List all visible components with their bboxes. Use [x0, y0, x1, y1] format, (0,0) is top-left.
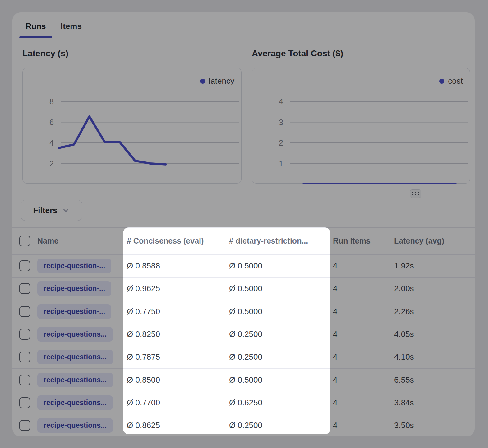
- run-name-badge[interactable]: recipe-questions...: [37, 395, 113, 410]
- column-header-run-items[interactable]: Run Items: [333, 227, 371, 254]
- chart-svg-cost: 4321: [252, 68, 470, 183]
- table-row[interactable]: recipe-questions...Ø 0.8500Ø 0.500046.55…: [12, 368, 475, 391]
- row-checkbox[interactable]: [19, 397, 30, 408]
- run-items-value: 4: [333, 346, 337, 368]
- conciseness-value: Ø 0.7750: [127, 300, 160, 323]
- row-checkbox[interactable]: [19, 375, 30, 385]
- conciseness-value: Ø 0.9625: [127, 278, 160, 300]
- legend-dot-icon: [439, 79, 444, 84]
- table-row[interactable]: recipe-questions...Ø 0.8625Ø 0.250043.50…: [12, 414, 475, 437]
- cost-legend-label: cost: [448, 76, 463, 86]
- table-row[interactable]: recipe-question-...Ø 0.7750Ø 0.500042.26…: [12, 300, 475, 323]
- dietary-restriction-value: Ø 0.5000: [229, 255, 262, 277]
- column-header-name[interactable]: Name: [37, 227, 58, 254]
- run-items-value: 4: [333, 391, 337, 414]
- charts-section: Latency (s) Average Total Cost ($) 8642 …: [12, 40, 475, 196]
- run-name-badge[interactable]: recipe-questions...: [37, 327, 113, 342]
- run-name-badge[interactable]: recipe-questions...: [37, 418, 113, 433]
- latency-avg-value: 4.10s: [394, 346, 414, 368]
- filters-row: Filters: [12, 196, 475, 228]
- run-name-badge[interactable]: recipe-question-...: [37, 304, 111, 319]
- run-name-badge[interactable]: recipe-questions...: [37, 350, 113, 364]
- svg-text:2: 2: [49, 159, 54, 168]
- latency-legend-label: latency: [209, 76, 234, 86]
- conciseness-value: Ø 0.8625: [127, 414, 160, 437]
- legend-dot-icon: [200, 79, 205, 84]
- column-header-conciseness[interactable]: # Conciseness (eval): [127, 227, 204, 254]
- tab-items-label: Items: [61, 21, 82, 31]
- svg-text:6: 6: [49, 118, 54, 127]
- run-items-value: 4: [333, 300, 337, 323]
- latency-chart-panel: 8642 latency: [22, 68, 242, 184]
- run-items-value: 4: [333, 323, 337, 345]
- dietary-restriction-value: Ø 0.6250: [229, 391, 262, 414]
- latency-avg-value: 1.92s: [394, 255, 414, 277]
- dietary-restriction-value: Ø 0.5000: [229, 278, 262, 300]
- row-checkbox[interactable]: [19, 306, 30, 317]
- drag-handle-icon: [412, 192, 419, 195]
- svg-text:3: 3: [279, 118, 283, 127]
- filters-button[interactable]: Filters: [21, 200, 82, 221]
- run-items-value: 4: [333, 278, 337, 300]
- dietary-restriction-value: Ø 0.2500: [229, 323, 262, 345]
- dietary-restriction-value: Ø 0.2500: [229, 346, 262, 368]
- table-row[interactable]: recipe-question-...Ø 0.8588Ø 0.500041.92…: [12, 254, 475, 277]
- tab-runs[interactable]: Runs: [19, 12, 52, 40]
- cost-chart-panel: 4321 cost: [252, 68, 470, 184]
- cost-legend: cost: [439, 76, 463, 86]
- filters-button-label: Filters: [33, 206, 57, 215]
- latency-avg-value: 3.84s: [394, 391, 414, 414]
- runs-panel-card: Runs Items Latency (s) Average Total Cos…: [12, 12, 475, 436]
- select-all-checkbox[interactable]: [19, 236, 30, 246]
- chevron-down-icon: [62, 206, 70, 214]
- row-checkbox[interactable]: [19, 420, 30, 431]
- tab-runs-label: Runs: [26, 21, 46, 31]
- conciseness-value: Ø 0.8500: [127, 369, 160, 391]
- latency-chart-title: Latency (s): [22, 49, 68, 58]
- svg-text:8: 8: [49, 97, 54, 106]
- runs-table: Name # Conciseness (eval) # dietary-rest…: [12, 227, 475, 437]
- column-header-dietary-restriction[interactable]: # dietary-restriction...: [229, 227, 308, 254]
- latency-avg-value: 2.26s: [394, 300, 414, 323]
- run-name-badge[interactable]: recipe-question-...: [37, 281, 111, 296]
- section-resize-handle[interactable]: [410, 189, 421, 198]
- run-items-value: 4: [333, 369, 337, 391]
- table-row[interactable]: recipe-question-...Ø 0.9625Ø 0.500042.00…: [12, 277, 475, 300]
- conciseness-value: Ø 0.7700: [127, 391, 160, 414]
- table-row[interactable]: recipe-questions...Ø 0.8250Ø 0.250044.05…: [12, 323, 475, 345]
- svg-text:4: 4: [49, 138, 54, 147]
- svg-text:2: 2: [279, 138, 283, 147]
- table-row[interactable]: recipe-questions...Ø 0.7875Ø 0.250044.10…: [12, 346, 475, 368]
- dietary-restriction-value: Ø 0.5000: [229, 300, 262, 323]
- table-body: recipe-question-...Ø 0.8588Ø 0.500041.92…: [12, 254, 475, 437]
- dietary-restriction-value: Ø 0.5000: [229, 369, 262, 391]
- column-header-latency-avg[interactable]: Latency (avg): [394, 227, 444, 254]
- svg-text:1: 1: [279, 159, 283, 168]
- tab-bar: Runs Items: [12, 12, 475, 40]
- latency-legend: latency: [200, 76, 234, 86]
- dietary-restriction-value: Ø 0.2500: [229, 414, 262, 437]
- latency-avg-value: 4.05s: [394, 323, 414, 345]
- run-name-badge[interactable]: recipe-question-...: [37, 259, 111, 273]
- latency-avg-value: 2.00s: [394, 278, 414, 300]
- conciseness-value: Ø 0.7875: [127, 346, 160, 368]
- screen: Runs Items Latency (s) Average Total Cos…: [0, 0, 488, 448]
- cost-chart-title: Average Total Cost ($): [252, 49, 343, 58]
- row-checkbox[interactable]: [19, 260, 30, 271]
- run-items-value: 4: [333, 414, 337, 437]
- tab-items[interactable]: Items: [58, 12, 84, 40]
- row-checkbox[interactable]: [19, 329, 30, 340]
- row-checkbox[interactable]: [19, 283, 30, 294]
- table-header-row: Name # Conciseness (eval) # dietary-rest…: [12, 227, 475, 254]
- row-checkbox[interactable]: [19, 352, 30, 362]
- run-items-value: 4: [333, 255, 337, 277]
- conciseness-value: Ø 0.8588: [127, 255, 160, 277]
- svg-text:4: 4: [279, 97, 283, 106]
- conciseness-value: Ø 0.8250: [127, 323, 160, 345]
- latency-avg-value: 3.50s: [394, 414, 414, 437]
- latency-avg-value: 6.55s: [394, 369, 414, 391]
- run-name-badge[interactable]: recipe-questions...: [37, 373, 113, 387]
- table-row[interactable]: recipe-questions...Ø 0.7700Ø 0.625043.84…: [12, 391, 475, 414]
